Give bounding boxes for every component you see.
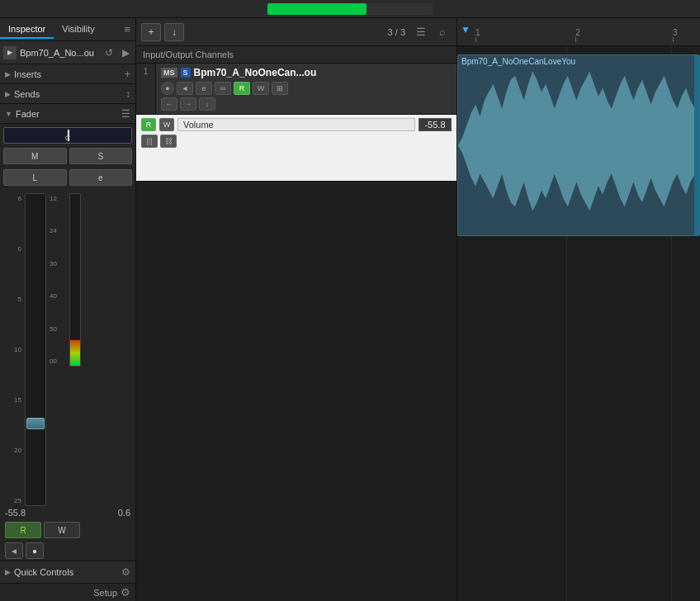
fader-pan-value: 0.6: [118, 508, 130, 518]
channel-down-button[interactable]: ↓: [199, 97, 215, 111]
fader-menu-icon[interactable]: ☰: [121, 108, 130, 120]
search-button[interactable]: ⌕: [433, 23, 452, 41]
inserts-section-header[interactable]: ▶ Inserts +: [0, 64, 135, 84]
channel-buttons-row1: ● ◄ e ∞ R W ⊞: [161, 82, 452, 95]
tab-visibility[interactable]: Visibility: [54, 21, 103, 39]
ruler-line-1: [475, 37, 476, 42]
sends-section-header[interactable]: ▶ Sends ↕: [0, 84, 135, 104]
solo-button[interactable]: S: [69, 148, 133, 164]
scale-25: 25: [14, 497, 21, 504]
rscale-00: 00: [50, 357, 66, 365]
listen-button[interactable]: L: [3, 169, 67, 186]
progress-fill: [267, 3, 367, 15]
volume-w-button[interactable]: W: [159, 118, 174, 131]
track-arrow-right-icon[interactable]: ▶: [119, 46, 132, 59]
tab-inspector[interactable]: Inspector: [0, 21, 54, 39]
rscale-30: 30: [50, 260, 66, 267]
progress-bar: [267, 3, 433, 15]
ruler-marks: 1 2 3: [474, 18, 700, 44]
channel-main: MS S Bpm70_A_NoOneCan...ou ● ◄ e ∞ R W ⊞: [156, 64, 456, 114]
waveform-area: Bpm70_A_NoOneCanLoveYou: [457, 46, 700, 601]
waveform-clip[interactable]: Bpm70_A_NoOneCanLoveYou: [457, 54, 700, 236]
volume-top-row: R W -55.8: [141, 118, 452, 131]
main-layout: Inspector Visibility ≡ ▶ Bpm70_A_No...ou…: [0, 18, 700, 601]
track-count: 3 / 3: [388, 27, 405, 37]
inspector-menu-icon[interactable]: ≡: [124, 23, 130, 35]
fader-right-scale: 12 24 30 40 50 00: [50, 193, 66, 367]
scale-10: 10: [14, 346, 21, 353]
fader-values-row: -55.8 0.6: [0, 506, 135, 519]
ruler-num-3: 3: [673, 29, 678, 37]
channel-badge-s: S: [181, 68, 191, 78]
import-button[interactable]: ↓: [164, 23, 184, 41]
add-track-button[interactable]: +: [141, 23, 161, 41]
volume-small-buttons: ||| ⛓: [141, 135, 452, 148]
meter-bar-fill: [70, 340, 80, 366]
rscale-40: 40: [50, 292, 66, 300]
center-toolbar: + ↓ 3 / 3 ☰ ⌕: [136, 18, 456, 46]
fader-meter-area: 6 0 5 10 15 20 25 12 24 30 40 50: [0, 193, 135, 506]
fader-track[interactable]: [25, 193, 46, 506]
mute-button[interactable]: M: [3, 148, 67, 164]
volume-link-button[interactable]: ⛓: [160, 135, 177, 148]
vertical-accent: [694, 55, 699, 235]
inserts-arrow-icon: ▶: [5, 70, 11, 78]
inspector-panel: Inspector Visibility ≡ ▶ Bpm70_A_No...ou…: [0, 18, 136, 601]
fader-label: Fader: [16, 109, 121, 119]
quick-controls-arrow-icon: ▶: [5, 568, 11, 576]
volume-r-button[interactable]: R: [141, 118, 156, 131]
fader-thumb[interactable]: [26, 418, 45, 429]
channel-left-button[interactable]: ◄: [177, 82, 193, 95]
volume-section: R W -55.8 ||| ⛓: [136, 115, 456, 181]
fader-c-label: C: [65, 134, 71, 142]
channel-w-button[interactable]: W: [253, 82, 269, 95]
volume-bars-button[interactable]: |||: [141, 135, 158, 148]
setup-label: Setup: [93, 588, 117, 598]
meter-bar-container: [69, 193, 81, 367]
channel-arrow-left-button[interactable]: ←: [161, 97, 177, 111]
channel-e-button[interactable]: e: [196, 82, 212, 95]
channel-number: 1: [136, 64, 156, 114]
rscale-12: 12: [50, 195, 66, 202]
channel-badge-ms: MS: [161, 68, 177, 78]
channel-chain-button[interactable]: ∞: [215, 82, 231, 95]
quick-controls-gear-icon[interactable]: ⚙: [121, 566, 130, 578]
scale-15: 15: [14, 396, 21, 404]
sends-arrow-icon: ▶: [5, 90, 11, 98]
ruler-mark-2: 2: [575, 29, 580, 42]
quick-controls-label: Quick Controls: [14, 567, 121, 577]
quick-controls-section: ▶ Quick Controls ⚙: [0, 561, 135, 583]
le-btn-row: L e: [3, 169, 132, 186]
quick-controls-header[interactable]: ▶ Quick Controls ⚙: [0, 561, 135, 583]
inserts-label: Inserts: [14, 69, 125, 79]
dot-button[interactable]: ●: [26, 542, 44, 559]
waveform-svg: [458, 55, 699, 235]
rw-row: R W: [0, 519, 135, 541]
sends-add-icon[interactable]: ↕: [125, 88, 130, 100]
read-button[interactable]: R: [5, 522, 41, 538]
sends-label: Sends: [14, 89, 125, 99]
ruler-mark-1: 1: [475, 29, 480, 42]
filter-icon[interactable]: ▼: [457, 16, 474, 44]
inserts-add-icon[interactable]: +: [125, 69, 130, 80]
back-button[interactable]: ◄: [5, 542, 23, 559]
ruler-num-1: 1: [475, 29, 480, 37]
setup-gear-icon[interactable]: ⚙: [121, 586, 130, 599]
channel-power-button[interactable]: ●: [161, 82, 174, 95]
fader-section-header[interactable]: ▼ Fader ☰: [0, 104, 135, 124]
ruler-line-3: [673, 37, 674, 42]
fader-left-scale: 6 0 5 10 15 20 25: [5, 193, 21, 506]
ms-btn-row: M S: [3, 148, 132, 164]
list-view-button[interactable]: ☰: [412, 23, 430, 41]
channel-arrow-right-button[interactable]: →: [180, 97, 196, 111]
center-panel: + ↓ 3 / 3 ☰ ⌕ Input/Output Channels 1 MS…: [136, 18, 456, 601]
channel-grid-button[interactable]: ⊞: [272, 82, 288, 95]
volume-name-input[interactable]: [177, 118, 415, 131]
track-sync-icon[interactable]: ↺: [102, 46, 116, 59]
edit-button[interactable]: e: [69, 169, 133, 186]
channel-r-button[interactable]: R: [234, 82, 250, 95]
write-button[interactable]: W: [44, 522, 80, 538]
track-name-row: ▶ Bpm70_A_No...ou ↺ ▶: [0, 41, 135, 64]
track-play-button[interactable]: ▶: [3, 46, 17, 59]
scale-6: 6: [18, 195, 21, 202]
